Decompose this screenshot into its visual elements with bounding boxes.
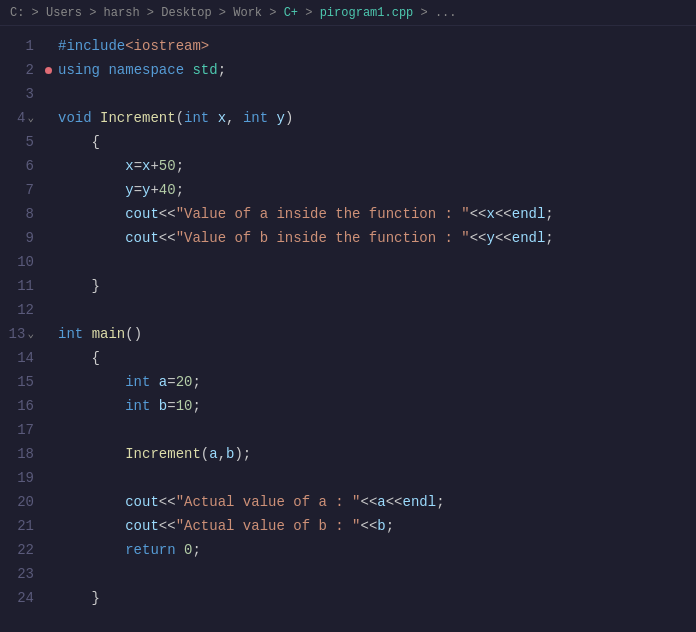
code-line-6: x=x+50; xyxy=(42,154,696,178)
code-line-24: } xyxy=(42,586,696,610)
code-editor: 1 2 3 4⌄ 5 6 7 8 9 10 11 12 13⌄ 14 15 16… xyxy=(0,26,696,632)
code-line-4: void Increment(int x, int y) xyxy=(42,106,696,130)
code-line-21: cout<<"Actual value of b : "<<b; xyxy=(42,514,696,538)
code-line-10 xyxy=(42,250,696,274)
code-line-15: int a=20; xyxy=(42,370,696,394)
code-line-11: } xyxy=(42,274,696,298)
breadcrumb: C: > Users > harsh > Desktop > Work > C+… xyxy=(0,0,696,26)
code-line-12 xyxy=(42,298,696,322)
line-numbers: 1 2 3 4⌄ 5 6 7 8 9 10 11 12 13⌄ 14 15 16… xyxy=(0,34,42,624)
code-line-5: { xyxy=(42,130,696,154)
code-line-2: using namespace std; xyxy=(42,58,696,82)
code-line-14: { xyxy=(42,346,696,370)
code-line-16: int b=10; xyxy=(42,394,696,418)
code-line-9: cout<<"Value of b inside the function : … xyxy=(42,226,696,250)
code-line-17 xyxy=(42,418,696,442)
code-line-18: Increment(a,b); xyxy=(42,442,696,466)
code-content: #include<iostream> using namespace std; … xyxy=(42,34,696,624)
code-line-1: #include<iostream> xyxy=(42,34,696,58)
code-line-13: int main() xyxy=(42,322,696,346)
code-line-23 xyxy=(42,562,696,586)
code-line-3 xyxy=(42,82,696,106)
code-line-22: return 0; xyxy=(42,538,696,562)
code-line-19 xyxy=(42,466,696,490)
breadcrumb-path: C: > Users > harsh > Desktop > Work > C+… xyxy=(10,6,457,20)
code-line-7: y=y+40; xyxy=(42,178,696,202)
code-line-8: cout<<"Value of a inside the function : … xyxy=(42,202,696,226)
code-line-20: cout<<"Actual value of a : "<<a<<endl; xyxy=(42,490,696,514)
